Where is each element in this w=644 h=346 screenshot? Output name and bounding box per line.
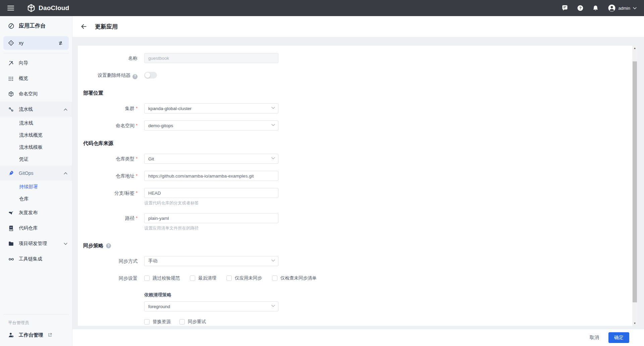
- cancel-button[interactable]: 取消: [590, 335, 599, 341]
- sidebar-item-namespace[interactable]: 命名空间: [0, 86, 72, 102]
- sidebar-item-pipeline[interactable]: 流水线: [0, 117, 72, 129]
- wand-icon: [8, 60, 14, 66]
- top-navbar: DaoCloud ?: [0, 0, 644, 16]
- chevron-down-icon: [271, 259, 275, 262]
- repo-url-row: 仓库地址*: [78, 171, 637, 181]
- daocloud-logo-icon: [27, 4, 36, 12]
- sidebar-item-continuous-deploy[interactable]: 持续部署: [0, 181, 72, 193]
- help-icon[interactable]: ?: [106, 243, 111, 248]
- checkbox-box: [226, 276, 232, 281]
- checkbox-box: [144, 276, 150, 281]
- repo-type-label: 仓库类型*: [78, 154, 144, 164]
- help-icon[interactable]: ?: [132, 74, 138, 79]
- cube-icon: [8, 91, 14, 97]
- bird-icon: [8, 210, 14, 216]
- back-button[interactable]: [78, 21, 90, 32]
- help-icon[interactable]: ?: [577, 5, 584, 11]
- brand-name: DaoCloud: [39, 4, 69, 12]
- switch-workspace-icon[interactable]: [58, 40, 64, 46]
- sidebar-group-project-mgmt[interactable]: 项目研发管理: [0, 236, 72, 251]
- checkbox-check-out-of-sync[interactable]: 仅检查未同步清单: [272, 275, 317, 281]
- chevron-up-icon: [64, 108, 67, 111]
- repo-url-input[interactable]: [144, 171, 278, 181]
- scroll-down-arrow[interactable]: ▼: [632, 321, 637, 326]
- branch-input[interactable]: [144, 188, 278, 198]
- sidebar: 应用工作台 xy: [0, 16, 72, 346]
- page-header: 更新应用: [72, 16, 644, 37]
- user-gear-icon: [8, 332, 14, 338]
- hamburger-menu-icon[interactable]: [7, 6, 14, 10]
- sidebar-item-toolchain[interactable]: 工具链集成: [0, 251, 72, 267]
- checkbox-prune-last[interactable]: 最后清理: [190, 275, 216, 281]
- chevron-down-icon: [271, 157, 275, 159]
- branch-row: 分支/标签* 设置代码仓库的分支或者标签: [78, 188, 637, 206]
- workbench-icon: [8, 23, 14, 29]
- checkbox-sync-retry[interactable]: 同步重试: [179, 319, 206, 325]
- sync-settings-label: 同步设置: [78, 273, 144, 283]
- scroll-up-arrow[interactable]: ▲: [632, 46, 637, 51]
- checkbox-box: [179, 319, 185, 325]
- sidebar-item-pipeline-template[interactable]: 流水线模板: [0, 141, 72, 153]
- checkbox-box: [190, 276, 195, 281]
- sidebar-nav: 向导 概览 命名空间: [0, 53, 72, 314]
- pipeline-icon: [8, 106, 14, 113]
- finalizer-label: 设置删除终结器?: [78, 70, 144, 80]
- scrollbar-thumb[interactable]: [633, 61, 637, 302]
- name-input: [144, 53, 278, 63]
- branch-label: 分支/标签*: [78, 188, 144, 206]
- chevron-up-icon: [64, 172, 67, 175]
- path-input[interactable]: [144, 213, 278, 223]
- name-row: 名称: [78, 53, 637, 63]
- sidebar-item-repository[interactable]: 仓库: [0, 193, 72, 205]
- sidebar-item-workbench-mgmt[interactable]: 工作台管理: [0, 327, 72, 343]
- namespace-select[interactable]: demo-gitops: [144, 120, 278, 131]
- checkbox-skip-schema[interactable]: 跳过校验规范: [144, 275, 180, 281]
- user-menu[interactable]: admin: [608, 4, 637, 12]
- checkbox-box: [144, 319, 150, 325]
- chat-icon[interactable]: [561, 5, 568, 11]
- repo-type-row: 仓库类型* Git: [78, 154, 637, 164]
- form-card: 名称 设置删除终结器? 部署位置: [78, 46, 637, 326]
- username: admin: [619, 6, 630, 11]
- extra-options-row: 替换资源 同步重试: [144, 319, 637, 325]
- sidebar-item-gray-release[interactable]: 灰度发布: [0, 205, 72, 220]
- cluster-row: 集群* kpanda-global-cluster: [78, 103, 637, 113]
- card-scrollbar[interactable]: ▲ ▼: [632, 46, 637, 326]
- sync-method-select[interactable]: 手动: [144, 256, 278, 266]
- repo-type-select[interactable]: Git: [144, 154, 278, 164]
- sidebar-item-overview[interactable]: 概览: [0, 71, 72, 86]
- prune-policy-label: 依赖清理策略: [144, 292, 637, 298]
- chevron-down-icon: [64, 243, 67, 245]
- sidebar-group-pipeline[interactable]: 流水线: [0, 102, 72, 117]
- sidebar-item-wizard[interactable]: 向导: [0, 55, 72, 71]
- checkbox-apply-out-of-sync[interactable]: 仅应用未同步: [226, 275, 262, 281]
- finalizer-toggle[interactable]: [144, 72, 157, 79]
- sync-method-row: 同步方式 手动: [78, 256, 637, 266]
- cluster-select[interactable]: kpanda-global-cluster: [144, 103, 278, 113]
- prune-policy-select[interactable]: foreground: [144, 301, 278, 311]
- workspace-name: xy: [19, 40, 23, 46]
- checkbox-box: [272, 276, 277, 281]
- path-row: 路径* 设置应用清单文件所在的路径: [78, 213, 637, 231]
- sidebar-group-gitops[interactable]: GitOps: [0, 165, 72, 181]
- bell-icon[interactable]: [592, 5, 599, 11]
- brand: DaoCloud: [27, 4, 69, 12]
- main-area: 更新应用 名称 设置删除终结器?: [72, 16, 644, 346]
- sidebar-item-pipeline-overview[interactable]: 流水线概览: [0, 129, 72, 141]
- namespace-label: 命名空间*: [78, 120, 144, 131]
- infinity-icon: [8, 256, 14, 262]
- finalizer-row: 设置删除终结器?: [78, 70, 637, 80]
- confirm-button[interactable]: 确定: [608, 332, 629, 343]
- external-link-icon: [48, 332, 54, 338]
- workspace-icon: [8, 40, 14, 46]
- checkbox-replace-resource[interactable]: 替换资源: [144, 319, 171, 325]
- workspace-selector[interactable]: xy: [3, 36, 69, 50]
- chevron-down-icon: [271, 107, 275, 109]
- chevron-down-icon: [271, 124, 275, 126]
- section-repo-source: 代码仓库来源: [83, 140, 637, 147]
- page-title: 更新应用: [95, 23, 118, 31]
- path-label: 路径*: [78, 213, 144, 231]
- section-deploy-location: 部署位置: [83, 90, 637, 96]
- sidebar-item-code-repo[interactable]: 代码仓库: [0, 220, 72, 236]
- sidebar-item-credentials[interactable]: 凭证: [0, 153, 72, 165]
